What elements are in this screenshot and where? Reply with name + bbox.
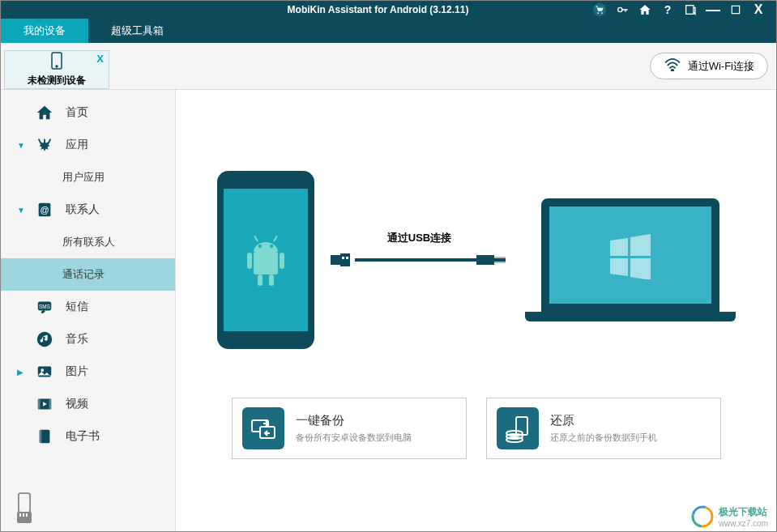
tab-super-toolkit[interactable]: 超级工具箱: [88, 19, 186, 43]
device-tab[interactable]: X 未检测到设备: [4, 50, 109, 89]
svg-rect-3: [686, 6, 694, 15]
home-icon[interactable]: [638, 3, 651, 16]
sidebar-label: 音乐: [66, 332, 88, 347]
sidebar-label: 视频: [66, 397, 88, 411]
sidebar-item-contacts[interactable]: ▼ @ 联系人: [1, 194, 175, 226]
svg-rect-35: [340, 253, 350, 266]
svg-rect-31: [280, 253, 284, 269]
wifi-button-label: 通过Wi-Fi连接: [688, 59, 754, 74]
svg-rect-4: [732, 6, 739, 13]
minimize-icon[interactable]: —: [707, 3, 719, 16]
sidebar-label: 应用: [66, 138, 88, 152]
svg-rect-33: [269, 275, 274, 286]
app-title: MobiKin Assistant for Android (3.12.11): [163, 4, 593, 15]
sidebar-label: 短信: [66, 300, 88, 314]
sd-card-icon[interactable]: [17, 512, 33, 523]
restore-icon: [497, 407, 539, 449]
close-icon[interactable]: X: [752, 3, 765, 16]
videos-nav-icon: [35, 394, 54, 414]
svg-point-1: [601, 12, 603, 14]
internal-storage-icon[interactable]: [17, 492, 33, 504]
restore-title: 还原: [550, 413, 657, 428]
restore-desc: 还原之前的备份数据到手机: [550, 432, 657, 444]
sidebar-item-ebooks[interactable]: 电子书: [1, 420, 175, 453]
svg-rect-22: [19, 513, 21, 517]
sidebar-item-all-contacts[interactable]: 所有联系人: [1, 226, 175, 258]
maximize-icon[interactable]: [729, 3, 742, 16]
sidebar-item-photos[interactable]: ▶ 图片: [1, 355, 175, 388]
svg-rect-20: [19, 493, 30, 513]
watermark-name: 极光下载站: [719, 506, 767, 517]
wifi-icon: [664, 58, 681, 74]
svg-point-7: [671, 70, 673, 71]
sidebar-item-music[interactable]: 音乐: [1, 323, 175, 355]
usb-label: 通过USB连接: [387, 231, 451, 245]
sidebar-label: 首页: [66, 105, 88, 120]
watermark: 极光下载站 www.xz7.com: [691, 505, 768, 528]
chevron-right-icon: ▶: [17, 368, 23, 377]
svg-point-0: [597, 12, 599, 14]
phone-icon: [51, 52, 62, 74]
svg-point-2: [618, 7, 622, 11]
backup-card[interactable]: 一键备份 备份所有安卓设备数据到电脑: [232, 398, 467, 459]
key-icon[interactable]: [616, 3, 629, 16]
music-nav-icon: [35, 330, 54, 349]
apps-nav-icon: [35, 135, 54, 155]
sidebar-label: 通话记录: [62, 267, 105, 282]
sidebar-label: 电子书: [66, 429, 100, 444]
svg-point-14: [41, 368, 44, 372]
cart-icon[interactable]: [593, 3, 606, 16]
svg-point-27: [270, 245, 273, 248]
restore-card[interactable]: 还原 还原之前的备份数据到手机: [486, 398, 721, 459]
svg-rect-34: [331, 255, 340, 265]
photos-nav-icon: [35, 362, 54, 381]
sidebar-label: 图片: [66, 364, 88, 379]
svg-rect-32: [258, 275, 263, 286]
usb-cable-illustration: 通过USB连接: [331, 250, 509, 270]
android-icon: [241, 232, 290, 288]
sidebar-item-home[interactable]: 首页: [1, 96, 175, 129]
home-nav-icon: [35, 103, 54, 122]
contacts-nav-icon: @: [35, 200, 54, 219]
wifi-connect-button[interactable]: 通过Wi-Fi连接: [650, 53, 768, 79]
sidebar-item-call-logs[interactable]: 通话记录: [1, 258, 175, 291]
phone-illustration: [217, 171, 314, 349]
svg-point-6: [56, 66, 58, 67]
sidebar-label: 所有联系人: [62, 235, 115, 249]
backup-title: 一键备份: [296, 413, 412, 428]
svg-point-26: [258, 245, 262, 248]
svg-rect-17: [49, 399, 52, 410]
svg-rect-24: [26, 513, 28, 517]
sidebar-item-apps[interactable]: ▼ 应用: [1, 129, 175, 161]
sidebar-item-sms[interactable]: SMS 短信: [1, 291, 175, 323]
svg-rect-19: [40, 430, 42, 444]
device-tab-label: 未检测到设备: [28, 74, 86, 87]
feedback-icon[interactable]: [684, 3, 697, 16]
svg-rect-25: [254, 252, 278, 275]
svg-rect-38: [476, 255, 494, 265]
help-icon[interactable]: ?: [661, 3, 674, 16]
svg-rect-23: [23, 513, 24, 517]
svg-line-29: [274, 236, 277, 241]
ebooks-nav-icon: [35, 427, 54, 446]
sidebar-item-videos[interactable]: 视频: [1, 388, 175, 420]
svg-rect-40: [494, 258, 506, 262]
sms-nav-icon: SMS: [35, 297, 54, 317]
svg-rect-30: [247, 253, 252, 269]
windows-icon: [606, 231, 655, 279]
tab-my-device[interactable]: 我的设备: [1, 19, 88, 43]
svg-text:SMS: SMS: [39, 304, 50, 309]
svg-rect-37: [346, 257, 348, 259]
sidebar-item-user-apps[interactable]: 用户应用: [1, 161, 175, 194]
device-tab-close-icon[interactable]: X: [96, 53, 104, 65]
chevron-down-icon: ▼: [17, 206, 23, 215]
sidebar-label: 联系人: [66, 202, 100, 217]
chevron-down-icon: ▼: [17, 141, 23, 150]
svg-text:@: @: [40, 205, 49, 215]
backup-icon: [242, 407, 284, 449]
watermark-logo-icon: [691, 505, 714, 528]
svg-line-28: [254, 236, 258, 241]
backup-desc: 备份所有安卓设备数据到电脑: [296, 432, 412, 444]
watermark-url: www.xz7.com: [719, 519, 768, 528]
svg-rect-16: [38, 399, 41, 410]
